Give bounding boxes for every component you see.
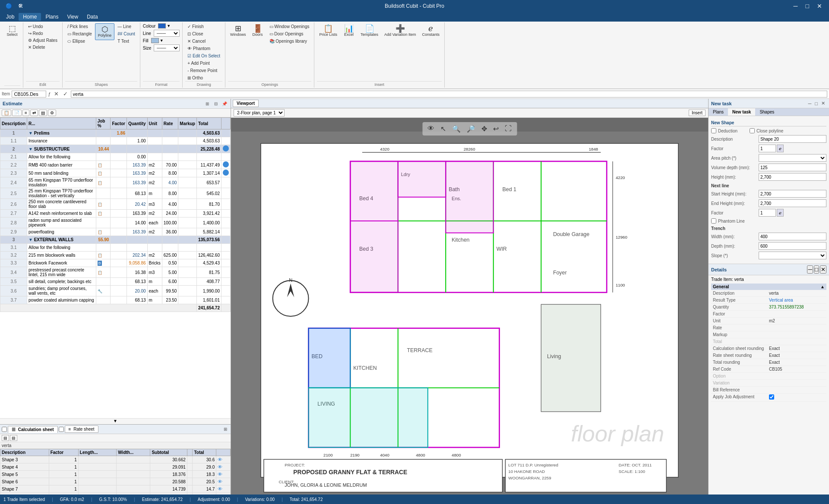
estimate-expand-button[interactable]: ⊞ (204, 100, 211, 107)
constants-button[interactable]: ℯ Constants (420, 23, 442, 38)
est-btn-6[interactable]: ⚙ (48, 110, 56, 116)
formula-input[interactable]: verta (71, 91, 827, 98)
eye-icon[interactable]: 👁 (218, 486, 222, 491)
formula-confirm-button[interactable]: ✓ (62, 91, 69, 97)
rate-sheet-checkbox[interactable] (59, 427, 64, 432)
est-btn-3[interactable]: ≡ (22, 110, 29, 116)
undo-button[interactable]: ↩ Undo (26, 23, 60, 30)
right-panel-minimize[interactable]: ─ (807, 101, 813, 106)
apply-job-adj-checkbox[interactable] (769, 394, 774, 400)
est-btn-2[interactable]: 📄 (12, 110, 22, 116)
window-openings-button[interactable]: ▭ Window Openings (267, 23, 312, 30)
factor-edit-button[interactable]: ℯ (777, 145, 784, 152)
fill-swatch[interactable] (151, 38, 159, 43)
menu-job[interactable]: Job (2, 13, 19, 21)
fullscreen-tool[interactable]: ⛶ (503, 124, 513, 134)
finish-button[interactable]: ✓ Finish (185, 23, 206, 30)
ortho-button[interactable]: ⊞ Ortho (185, 75, 205, 81)
phantom-button[interactable]: 👁 Phantom (185, 45, 212, 52)
right-panel-close[interactable]: ✕ (820, 101, 826, 106)
minimize-button[interactable]: ─ (790, 2, 801, 10)
estimate-pin-button[interactable]: 📌 (221, 100, 228, 107)
volume-depth-input[interactable]: 125 (759, 164, 826, 171)
estimate-table-wrapper[interactable]: Description R... Job % Factor Quantity U… (0, 117, 231, 418)
bp-btn-2[interactable]: ▤ (10, 435, 17, 441)
right-tab-shapes[interactable]: Shapes (755, 108, 778, 116)
select-button[interactable]: ⬚ Select (4, 23, 20, 38)
viewport-tab-btn[interactable]: Viewport (233, 100, 259, 107)
ellipse-button[interactable]: ⬭ Ellipse (65, 38, 94, 45)
close-polyline-checkbox[interactable] (750, 128, 755, 133)
right-tab-new-task[interactable]: New task (728, 108, 755, 116)
pan-tool[interactable]: ✥ (480, 124, 489, 134)
price-lists-button[interactable]: 📋 Price Lists (317, 23, 339, 38)
menu-home[interactable]: Home (19, 13, 41, 21)
zoom-out-tool[interactable]: 🔎 (465, 124, 477, 134)
count-button[interactable]: ## Count (115, 31, 137, 37)
trench-width-input[interactable]: 400 (759, 233, 826, 240)
eye-icon[interactable]: 👁 (218, 472, 222, 477)
colour-swatch[interactable] (158, 23, 166, 28)
doors-button[interactable]: 🚪 Doors (250, 23, 266, 38)
restore-button[interactable]: □ (802, 2, 813, 10)
cancel-button[interactable]: ✕ Cancel (185, 38, 208, 44)
add-variation-item-button[interactable]: ➕ Add Variation Item (382, 23, 418, 38)
factor-input[interactable]: 1 (759, 145, 776, 152)
redo-button[interactable]: ↪ Redo (26, 30, 60, 37)
menu-view[interactable]: View (63, 13, 82, 21)
factor2-edit-button[interactable]: ℯ (777, 209, 784, 217)
remove-point-button[interactable]: - Remove Point (185, 67, 219, 74)
fill-dropdown-icon[interactable]: ▼ (160, 38, 164, 43)
adjust-rates-button[interactable]: ⚙ Adjust Rates (26, 37, 60, 44)
eye-tool[interactable]: 👁 (426, 124, 436, 134)
eye-icon[interactable]: 👁 (218, 457, 222, 462)
cell-reference-input[interactable]: CB105.Des (12, 91, 46, 98)
text-button[interactable]: T Text (115, 38, 137, 44)
bp-btn-1[interactable]: ▤ (2, 435, 9, 441)
pointer-tool[interactable]: ↖ (439, 124, 448, 134)
pick-lines-button[interactable]: / Pick lines (65, 23, 94, 30)
estimate-collapse-arrow[interactable]: ▼ (0, 418, 231, 424)
add-point-button[interactable]: + Add Point (185, 60, 212, 66)
viewport-canvas[interactable]: 👁 ↖ 🔍 🔎 ✥ ↩ ⛶ N 4320 (231, 118, 708, 504)
line-select[interactable]: ─── (154, 30, 180, 37)
factor2-input[interactable]: 1 (759, 209, 776, 217)
edit-on-select-button[interactable]: ☑ Edit On Select (185, 53, 222, 59)
undo-tool[interactable]: ↩ (491, 124, 500, 134)
openings-library-button[interactable]: 📚 Openings library (267, 38, 312, 44)
trench-depth-input[interactable]: 600 (759, 242, 826, 250)
close-button[interactable]: ✕ (813, 2, 826, 10)
height-input[interactable]: 2,700 (759, 173, 826, 181)
close-drawing-button[interactable]: ⊡ Close (185, 31, 205, 37)
bottom-panel-expand[interactable]: ⊞ (222, 426, 229, 433)
eye-icon[interactable]: 👁 (218, 464, 222, 469)
delete-button[interactable]: ✕ Delete (26, 44, 60, 50)
est-btn-1[interactable]: 📋 (2, 110, 11, 116)
details-expand[interactable]: □ (814, 265, 819, 274)
right-tab-plans[interactable]: Plans (709, 108, 728, 116)
deduction-checkbox[interactable] (711, 128, 716, 133)
line-button[interactable]: — Line (115, 23, 137, 30)
calc-sheet-checkbox[interactable] (2, 427, 7, 432)
page-selector[interactable]: 2-Floor plan, page 1 (234, 109, 285, 117)
right-panel-expand[interactable]: □ (813, 101, 819, 106)
polyline-button[interactable]: ⬡ Polyline (95, 23, 115, 40)
door-openings-button[interactable]: ▭ Door Openings (267, 31, 312, 37)
templates-button[interactable]: 📄 Templates (358, 23, 380, 38)
details-minimize[interactable]: ─ (807, 265, 813, 274)
excel-button[interactable]: 📊 Excel (341, 23, 357, 38)
phantom-line-checkbox[interactable] (711, 218, 716, 224)
area-pitch-select[interactable] (759, 154, 826, 162)
menu-data[interactable]: Data (82, 13, 102, 21)
general-section-header[interactable]: General ▲ (711, 284, 826, 290)
rectangle-button[interactable]: ▭ Rectangle (65, 31, 94, 37)
estimate-collapse-button[interactable]: ⊟ (212, 100, 219, 107)
calc-sheet-tab[interactable]: ☰ Calculation sheet (8, 426, 58, 433)
insert-button[interactable]: Insert (689, 110, 706, 116)
slope-select[interactable] (759, 252, 826, 259)
description-input[interactable]: Shape 20 (759, 135, 826, 143)
eye-icon[interactable]: 👁 (218, 479, 222, 484)
zoom-in-tool[interactable]: 🔍 (450, 124, 462, 134)
rate-sheet-tab[interactable]: ≡ Rate sheet (65, 425, 98, 433)
details-close[interactable]: ✕ (820, 265, 826, 274)
